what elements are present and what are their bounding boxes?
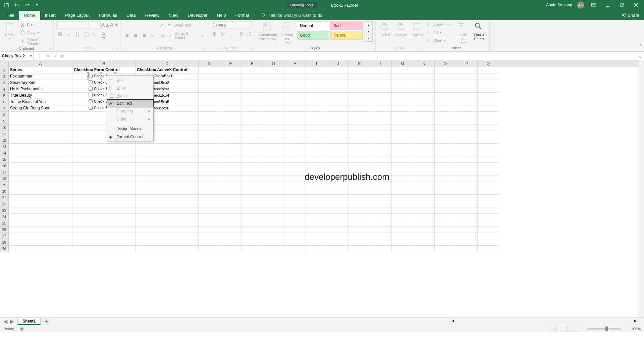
- cell[interactable]: [456, 163, 478, 169]
- cell[interactable]: [435, 73, 456, 80]
- cell[interactable]: [327, 239, 349, 246]
- align-center-icon[interactable]: ≡: [132, 32, 140, 39]
- cell[interactable]: [413, 125, 435, 131]
- cell[interactable]: [241, 150, 263, 156]
- activex-checkbox[interactable]: heckBox5: [153, 100, 169, 104]
- cell[interactable]: [284, 118, 306, 125]
- row-header-7[interactable]: 7: [0, 105, 9, 112]
- cell[interactable]: [72, 195, 136, 201]
- cell[interactable]: [456, 86, 478, 93]
- cell[interactable]: [199, 150, 220, 156]
- activex-checkbox[interactable]: heckBox3: [153, 87, 169, 91]
- cell[interactable]: [241, 93, 263, 99]
- cell[interactable]: [72, 220, 136, 227]
- cell[interactable]: [284, 207, 306, 214]
- cell[interactable]: [435, 163, 456, 169]
- cell[interactable]: [72, 144, 136, 150]
- tell-me[interactable]: Tell me what you want to do: [261, 12, 322, 18]
- col-header-O[interactable]: O: [435, 60, 456, 67]
- cell[interactable]: [349, 201, 370, 207]
- cell[interactable]: [199, 207, 220, 214]
- percent-format-icon[interactable]: %: [219, 31, 227, 38]
- cell[interactable]: [241, 220, 263, 227]
- cell[interactable]: [136, 201, 199, 207]
- cell[interactable]: [241, 233, 263, 239]
- cell[interactable]: [349, 246, 370, 252]
- cell[interactable]: [284, 125, 306, 131]
- cell[interactable]: [413, 207, 435, 214]
- cell[interactable]: [284, 220, 306, 227]
- col-header-M[interactable]: M: [392, 60, 413, 67]
- wrap-text-button[interactable]: ↩Wrap Text: [166, 22, 192, 29]
- cell[interactable]: [199, 182, 220, 188]
- cell[interactable]: [413, 220, 435, 227]
- cell[interactable]: [199, 86, 220, 93]
- cell[interactable]: [220, 207, 241, 214]
- autosum-button[interactable]: ΣAutoSum▼: [425, 21, 453, 28]
- maximize-icon[interactable]: [617, 0, 627, 10]
- row-header-28[interactable]: 28: [0, 239, 9, 246]
- row-header-22[interactable]: 22: [0, 201, 9, 207]
- cell[interactable]: [478, 112, 499, 118]
- cell[interactable]: [435, 188, 456, 195]
- cell[interactable]: [456, 118, 478, 125]
- cell[interactable]: [370, 163, 392, 169]
- cell[interactable]: [9, 227, 72, 233]
- cell[interactable]: [435, 227, 456, 233]
- tab-formulas[interactable]: Formulas: [94, 11, 122, 20]
- cell[interactable]: [392, 105, 413, 112]
- insert-cells-button[interactable]: Insert: [378, 21, 392, 38]
- cell[interactable]: [199, 176, 220, 182]
- cell[interactable]: [456, 99, 478, 105]
- cell[interactable]: [136, 195, 199, 201]
- cell[interactable]: [327, 67, 349, 73]
- cell[interactable]: [456, 169, 478, 176]
- cell[interactable]: [72, 239, 136, 246]
- cell[interactable]: [327, 156, 349, 163]
- cell[interactable]: [327, 144, 349, 150]
- row-header-13[interactable]: 13: [0, 144, 9, 150]
- cell[interactable]: [263, 99, 284, 105]
- cell[interactable]: [241, 118, 263, 125]
- cell[interactable]: [435, 137, 456, 144]
- cell[interactable]: [370, 195, 392, 201]
- cell[interactable]: [306, 214, 327, 220]
- cell[interactable]: [72, 156, 136, 163]
- row-header-4[interactable]: 4: [0, 86, 9, 93]
- cell[interactable]: [9, 163, 72, 169]
- cell[interactable]: [220, 220, 241, 227]
- zoom-slider[interactable]: [587, 328, 621, 330]
- cell[interactable]: [370, 125, 392, 131]
- cell[interactable]: [306, 144, 327, 150]
- align-middle-icon[interactable]: ≡: [132, 21, 140, 29]
- cell[interactable]: [478, 195, 499, 201]
- cell[interactable]: [9, 182, 72, 188]
- sheet-nav-prev-icon[interactable]: ◀: [3, 318, 7, 325]
- cell[interactable]: [284, 99, 306, 105]
- col-header-L[interactable]: L: [370, 60, 392, 67]
- cell[interactable]: [263, 188, 284, 195]
- cell[interactable]: [241, 195, 263, 201]
- cell[interactable]: [136, 220, 199, 227]
- cell[interactable]: [478, 176, 499, 182]
- cell[interactable]: [306, 131, 327, 137]
- sheet-tab-sheet1[interactable]: Sheet1: [17, 318, 41, 325]
- cell[interactable]: [136, 176, 199, 182]
- cm-grouping[interactable]: Grouping▶: [107, 107, 153, 115]
- cell[interactable]: [263, 105, 284, 112]
- cell[interactable]: [435, 239, 456, 246]
- cell[interactable]: [478, 227, 499, 233]
- cell[interactable]: [241, 176, 263, 182]
- cut-button[interactable]: Cut: [19, 21, 51, 28]
- cell[interactable]: [9, 195, 72, 201]
- cell[interactable]: [263, 246, 284, 252]
- name-box-dropdown-icon[interactable]: ▾: [30, 54, 32, 58]
- cell[interactable]: [413, 214, 435, 220]
- col-header-A[interactable]: A: [9, 60, 72, 67]
- cell[interactable]: [263, 112, 284, 118]
- cell[interactable]: [392, 182, 413, 188]
- tab-format[interactable]: Format: [230, 11, 254, 20]
- number-dialog-launcher[interactable]: ↘: [250, 47, 254, 51]
- cell[interactable]: [199, 163, 220, 169]
- cell[interactable]: [327, 112, 349, 118]
